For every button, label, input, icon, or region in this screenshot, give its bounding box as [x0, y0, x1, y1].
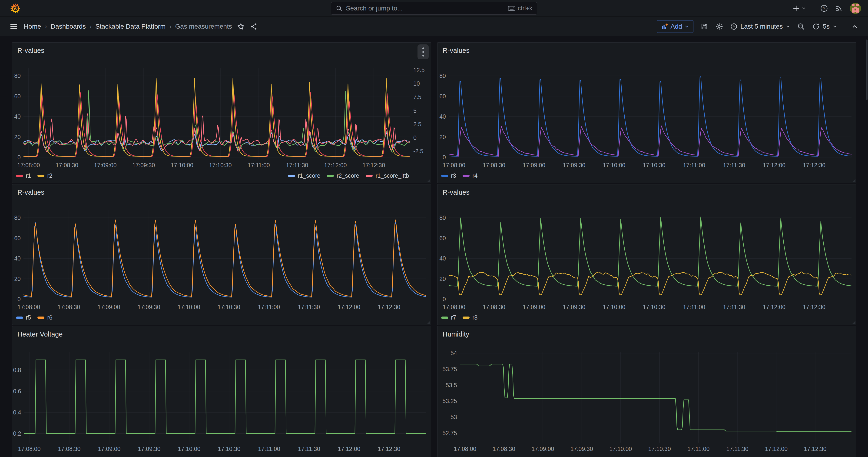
x-axis-tick-label: 17:11:00 [248, 162, 270, 169]
legend-item[interactable]: r4 [463, 172, 477, 179]
y-axis-tick-label: 60 [14, 93, 21, 99]
x-axis-tick-label: 17:10:00 [178, 446, 200, 452]
collapse-controls-button[interactable] [851, 23, 858, 30]
chart-canvas[interactable]: 17:08:0017:08:3017:09:0017:09:3017:10:00… [437, 201, 856, 312]
legend-item[interactable]: r1 [16, 172, 31, 179]
legend-item[interactable]: r1_score [288, 172, 320, 179]
clock-icon [730, 23, 738, 30]
x-axis-tick-label: 17:12:30 [363, 162, 385, 169]
panel-header[interactable]: R-values [12, 184, 431, 201]
panel-header[interactable]: R-values [437, 184, 856, 201]
chevron-down-icon [801, 6, 806, 11]
y-axis-tick-label: 40 [14, 255, 21, 262]
legend-item[interactable]: r5 [16, 314, 31, 321]
x-axis-tick-label: 17:12:00 [324, 162, 347, 169]
x-axis-tick-label: 17:12:30 [803, 162, 826, 169]
chevron-down-icon[interactable] [832, 24, 837, 29]
panel-r-values-2: R-values 17:08:0017:08:3017:09:0017:09:3… [437, 42, 857, 183]
legend-label: r2 [47, 172, 52, 179]
legend-swatch [16, 175, 23, 177]
refresh-interval-label[interactable]: 5s [823, 23, 830, 30]
time-series-chart[interactable]: 17:08:0017:08:3017:09:0017:09:3017:10:00… [437, 201, 856, 312]
x-axis-tick-label: 17:12:00 [338, 446, 360, 452]
time-series-chart[interactable]: 17:08:0017:08:3017:09:0017:09:3017:10:00… [437, 342, 856, 454]
legend-item[interactable]: r7 [441, 314, 456, 321]
legend-group-left: heatervoltage [16, 456, 61, 457]
chevron-down-icon [785, 24, 790, 29]
scrollbar-thumb[interactable] [866, 39, 868, 100]
y-axis-tick-label: 0.8 [13, 367, 21, 373]
add-button-label: Add [671, 23, 682, 30]
x-axis-tick-label: 17:08:00 [17, 162, 40, 169]
user-avatar[interactable] [850, 3, 861, 14]
zoom-out-button[interactable] [797, 23, 805, 30]
panel-header[interactable]: R-values [12, 42, 431, 59]
time-series-chart[interactable]: 17:08:0017:08:3017:09:0017:09:3017:10:00… [12, 342, 431, 454]
kebab-dot [423, 48, 424, 49]
x-axis-tick-label: 17:11:30 [298, 446, 320, 452]
save-dashboard-button[interactable] [701, 23, 708, 30]
help-button[interactable]: ? [820, 4, 828, 12]
x-axis-tick-label: 17:08:00 [18, 446, 40, 452]
panel-resize-handle[interactable] [852, 321, 856, 324]
dashboard-grid: R-values 17:08:0017:08:3017:09:0017:09:3… [0, 36, 868, 457]
legend-item[interactable]: r3 [441, 172, 456, 179]
topbar-actions: ? [793, 3, 861, 14]
y-axis-tick-label: 0.6 [13, 388, 21, 394]
time-range-picker[interactable]: Last 5 minutes [730, 23, 790, 30]
panel-resize-handle[interactable] [852, 179, 856, 182]
new-button[interactable] [793, 5, 806, 12]
search-input[interactable]: Search or jump to... ctrl+k [331, 2, 537, 14]
panel-header[interactable]: Humidity [437, 326, 856, 342]
legend-item[interactable]: r1_score_lttb [366, 172, 409, 179]
x-axis-tick-label: 17:08:30 [57, 304, 80, 310]
x-axis-tick-label: 17:11:00 [683, 162, 705, 169]
chart-canvas[interactable]: 17:08:0017:08:3017:09:0017:09:3017:10:00… [12, 342, 431, 454]
legend-item[interactable]: r6 [37, 314, 52, 321]
star-icon [237, 23, 245, 30]
news-rss-button[interactable] [835, 4, 843, 12]
y-axis-tick-label: 80 [439, 214, 446, 221]
chart-canvas[interactable]: 17:08:0017:08:3017:09:0017:09:3017:10:00… [437, 342, 856, 454]
time-series-chart[interactable]: 17:08:0017:08:3017:09:0017:09:3017:10:00… [12, 59, 431, 171]
favorite-star-button[interactable] [237, 23, 245, 30]
dashboard-settings-button[interactable] [715, 23, 723, 30]
legend-item[interactable]: heatervoltage [16, 456, 61, 457]
legend-swatch [463, 316, 470, 319]
breadcrumb-item-folder[interactable]: Stackable Data Platform [95, 23, 165, 30]
panel-resize-handle[interactable] [427, 321, 430, 324]
mega-menu-toggle[interactable] [10, 23, 18, 30]
breadcrumb-item-dashboards[interactable]: Dashboards [51, 23, 86, 30]
page-scrollbar[interactable] [866, 37, 868, 456]
y-axis-tick-label: 80 [14, 214, 21, 221]
panel-heater-voltage: Heater Voltage 17:08:0017:08:3017:09:001… [12, 326, 431, 457]
x-axis-tick-label: 17:11:30 [723, 162, 745, 169]
breadcrumb-item-home[interactable]: Home [24, 23, 41, 30]
time-series-chart[interactable]: 17:08:0017:08:3017:09:0017:09:3017:10:00… [12, 201, 431, 312]
panel-r-values-1: R-values 17:08:0017:08:3017:09:0017:09:3… [12, 42, 431, 183]
series-r4 [448, 126, 851, 156]
legend-item[interactable]: r2 [37, 172, 52, 179]
legend-item[interactable]: r8 [463, 314, 477, 321]
chart-canvas[interactable]: 17:08:0017:08:3017:09:0017:09:3017:10:00… [437, 59, 856, 171]
y-axis-tick-label: 20 [14, 134, 21, 140]
panel-resize-handle[interactable] [427, 179, 430, 182]
legend-item[interactable]: humidity [441, 456, 473, 457]
panel-header[interactable]: Heater Voltage [12, 326, 431, 342]
dashboard-controls: Add Last 5 minutes [657, 20, 858, 33]
grafana-logo-icon[interactable] [10, 3, 21, 14]
y-axis-tick-label: 40 [439, 113, 446, 120]
chart-canvas[interactable]: 17:08:0017:08:3017:09:0017:09:3017:10:00… [12, 201, 431, 312]
chart-canvas[interactable]: 17:08:0017:08:3017:09:0017:09:3017:10:00… [12, 59, 431, 171]
panel-header[interactable]: R-values [437, 42, 856, 59]
share-button[interactable] [250, 23, 257, 30]
time-series-chart[interactable]: 17:08:0017:08:3017:09:0017:09:3017:10:00… [437, 59, 856, 171]
add-panel-button[interactable]: Add [657, 20, 693, 33]
x-axis-tick-label: 17:08:30 [493, 446, 515, 452]
legend-item[interactable]: r2_score [327, 172, 359, 179]
x-axis-tick-label: 17:08:00 [454, 446, 476, 452]
panel-menu-button[interactable] [417, 44, 429, 59]
x-axis-tick-label: 17:10:30 [209, 162, 231, 169]
legend-label: r8 [472, 314, 477, 321]
refresh-button[interactable] [812, 23, 820, 30]
